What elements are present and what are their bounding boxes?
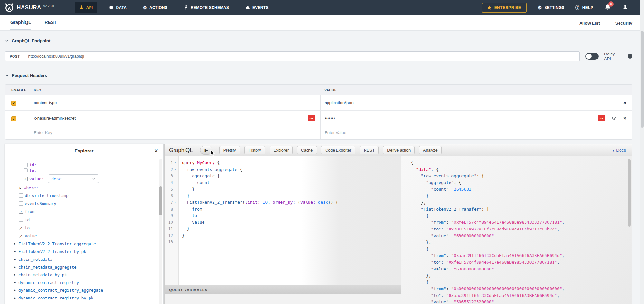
expand-arrow-icon[interactable]: ▶ (14, 250, 16, 253)
explorer-scrollbar[interactable] (159, 159, 162, 304)
fold-arrow-icon[interactable]: ▾ (173, 166, 177, 173)
expand-arrow-icon[interactable]: ▶ (14, 273, 16, 276)
explorer-field-chain-metadata[interactable]: ▶chain_metadata (5, 255, 163, 263)
close-icon[interactable]: × (154, 147, 158, 154)
execute-query-button[interactable]: ▶ (200, 146, 212, 154)
header-key-input[interactable]: x-hasura-admin-secret (34, 116, 76, 121)
endpoint-url-input[interactable] (24, 51, 580, 61)
explorer-arg-id[interactable]: id: (5, 162, 163, 168)
result-line: "data": { (411, 166, 632, 173)
graphql-endpoint-section-header[interactable]: GraphQL Endpoint (5, 38, 632, 43)
nav-item-remote-schemas[interactable]: REMOTE SCHEMAS (179, 2, 233, 13)
header-key-input[interactable]: content-type (34, 100, 57, 105)
expand-arrow-icon[interactable]: ▶ (14, 281, 16, 284)
explorer-field-id[interactable]: id (5, 216, 163, 224)
explorer-arg-to[interactable]: to: (5, 168, 163, 173)
explorer-field-fiattokenv2-2-transfer-aggregate[interactable]: ▶FiatTokenV2_2_Transfer_aggregate (5, 240, 163, 248)
toolbar-button-history[interactable]: History (244, 146, 265, 154)
request-headers-section-header[interactable]: Request Headers (5, 73, 632, 78)
toolbar-button-prettify[interactable]: Prettify (219, 146, 240, 154)
docs-button[interactable]: ‹ Docs (607, 144, 632, 156)
explorer-checkbox[interactable]: ✓ (19, 234, 23, 238)
link-security[interactable]: Security (615, 21, 632, 30)
nav-item-actions[interactable]: ⚙ACTIONS (138, 2, 172, 13)
explorer-checkbox[interactable] (19, 218, 23, 222)
result-line: "raw_events_aggregate": { (411, 173, 632, 180)
page-scrollbar-thumb[interactable] (641, 31, 644, 128)
nav-item-api[interactable]: API (75, 2, 98, 13)
nav-item-events[interactable]: EVENTS (241, 2, 273, 14)
password-manager-icon[interactable]: ••• (308, 115, 315, 121)
explorer-field-db-write-timestamp[interactable]: db_write_timestamp (5, 191, 163, 200)
header-value-input[interactable]: ••••••• (325, 116, 335, 121)
explorer-checkbox[interactable]: ✓ (24, 177, 28, 181)
tab-graphiql[interactable]: GraphiQL (10, 20, 31, 30)
toolbar-button-analyze[interactable]: Analyze (419, 146, 441, 154)
explorer-field-value[interactable]: ✓value (5, 232, 163, 240)
fold-gutter (173, 193, 177, 200)
relay-api-toggle[interactable] (585, 53, 598, 60)
explorer-arg-value[interactable]: ✓value:desc (5, 173, 163, 184)
expand-arrow-icon[interactable]: ▶ (14, 242, 16, 245)
new-header-key-input[interactable]: Enter Key (34, 130, 52, 135)
toolbar-button-cache[interactable]: Cache (297, 146, 317, 154)
explorer-checkbox[interactable]: ✓ (19, 210, 23, 214)
link-allow-list[interactable]: Allow List (579, 21, 600, 30)
top-nav-right: ★ ENTERPRISE ⚙ SETTINGS ? HELP 8 (482, 3, 638, 13)
nav-item-label: EVENTS (252, 5, 269, 10)
header-value-input[interactable]: application/json (325, 100, 354, 105)
remove-header-icon[interactable]: × (623, 116, 626, 121)
help-button[interactable]: ? HELP (575, 5, 593, 10)
password-manager-icon[interactable]: ••• (598, 115, 605, 121)
reveal-value-eye-icon[interactable] (611, 116, 617, 121)
fold-arrow-icon[interactable]: ▾ (173, 199, 177, 206)
explorer-checkbox[interactable] (24, 168, 28, 172)
explorer-checkbox[interactable]: ✓ (19, 226, 23, 230)
explorer-checkbox[interactable] (19, 193, 23, 198)
query-variables-bar[interactable]: QUERY VARIABLES (165, 285, 401, 294)
settings-button[interactable]: ⚙ SETTINGS (538, 5, 564, 10)
hasura-brand[interactable]: HASURA v2.23.0 (5, 3, 54, 13)
explorer-field-to[interactable]: ✓to (5, 224, 163, 232)
remove-header-icon[interactable]: × (623, 100, 626, 105)
expand-arrow-icon[interactable]: ▶ (14, 258, 16, 261)
fold-arrow-icon[interactable]: ▾ (173, 160, 177, 166)
explorer-checkbox[interactable] (19, 201, 23, 206)
page-scrollbar[interactable] (640, 0, 644, 304)
order-direction-select[interactable]: desc (48, 174, 99, 183)
results-scrollbar-thumb[interactable] (628, 159, 631, 227)
expand-arrow-icon[interactable]: ▶ (14, 265, 16, 269)
explorer-field-chain-metadata-by-pk[interactable]: ▶chain_metadata_by_pk (5, 271, 163, 279)
user-menu-button[interactable] (622, 4, 629, 12)
header-enable-checkbox[interactable]: ✓ (11, 101, 16, 106)
tab-rest[interactable]: REST (45, 20, 57, 30)
toolbar-button-derive-action[interactable]: Derive action (383, 146, 415, 154)
explorer-field-fiattokenv2-2-transfer-by-pk[interactable]: ▶FiatTokenV2_2_Transfer_by_pk (5, 248, 163, 255)
explorer-field-chain-metadata-aggregate[interactable]: ▶chain_metadata_aggregate (5, 263, 163, 271)
enterprise-button[interactable]: ★ ENTERPRISE (482, 3, 527, 13)
notifications-button[interactable]: 8 (604, 4, 611, 12)
explorer-checkbox[interactable] (24, 163, 28, 167)
toolbar-button-code-exporter[interactable]: Code Exporter (321, 146, 355, 154)
explorer-field-dynamic-contract-registry-aggregate[interactable]: ▶dynamic_contract_registry_aggregate (5, 286, 163, 294)
explorer-scrollbar-thumb[interactable] (159, 186, 162, 215)
new-header-value-input[interactable]: Enter Value (325, 130, 346, 135)
toggle-knob (586, 54, 592, 59)
explorer-field-dynamic-contract-registry[interactable]: ▶dynamic_contract_registry (5, 279, 163, 286)
chevron-down-icon (92, 177, 96, 181)
toolbar-button-rest[interactable]: REST (360, 146, 379, 154)
header-enable-checkbox[interactable]: ✓ (11, 116, 16, 121)
query-editor[interactable]: 1▾query MyQuery {2▾ raw_events_aggregate… (165, 156, 401, 285)
explorer-arg-where[interactable]: ▶where: (5, 184, 163, 191)
explorer-field-dynamic-contract-registry-by-pk[interactable]: ▶dynamic_contract_registry_by_pk (5, 294, 163, 302)
explorer-field-from[interactable]: ✓from (5, 208, 163, 216)
expand-arrow-icon[interactable]: ▶ (19, 186, 22, 190)
toolbar-button-explorer[interactable]: Explorer (270, 146, 293, 154)
play-icon: ▶ (205, 148, 208, 152)
expand-arrow-icon[interactable]: ▶ (14, 289, 16, 292)
explorer-field-eventssummary[interactable]: eventsSummary (5, 200, 163, 208)
query-variables-editor[interactable] (165, 294, 401, 304)
info-icon[interactable]: i (628, 54, 632, 59)
expand-arrow-icon[interactable]: ▶ (14, 296, 16, 299)
nav-item-data[interactable]: DATA (104, 2, 131, 13)
